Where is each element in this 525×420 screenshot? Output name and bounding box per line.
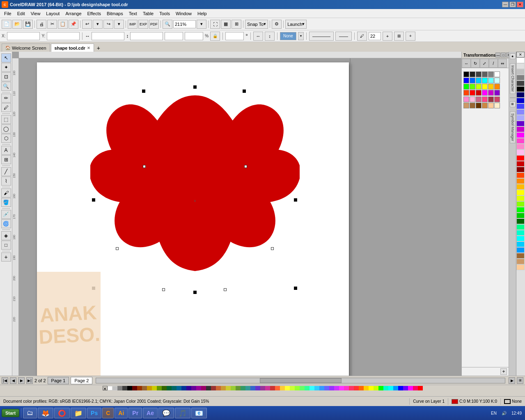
strip-yellow[interactable] [369,386,374,390]
strip-black[interactable] [127,386,132,390]
strip-lime[interactable] [290,386,295,390]
height-value-input[interactable]: 72,029 mm [130,32,163,40]
copy-button[interactable]: 📋 [58,20,68,29]
strip-dark-green[interactable] [167,386,172,390]
swatch-cyan2[interactable] [482,78,488,83]
strip-blue[interactable] [398,386,403,390]
mirror-h-button[interactable]: ↔ [253,32,263,41]
strip-yellow-green[interactable] [231,386,236,390]
open-button[interactable]: 📂 [12,20,22,29]
aquamarine-swatch[interactable] [516,230,525,236]
hot-pink-swatch[interactable] [516,138,525,144]
strip-copper[interactable] [216,386,221,390]
silver-swatch[interactable] [516,69,525,75]
y-value-input[interactable]: 115,999 mm [47,32,80,40]
handle-mr[interactable] [294,198,297,202]
interactive-tool[interactable]: 🌀 [1,219,11,228]
swatch-cyan4[interactable] [494,78,500,83]
swatch-purple1[interactable] [488,90,494,96]
strip-medium-green[interactable] [241,386,245,390]
node-handle-1[interactable] [143,165,146,168]
menu-table[interactable]: Table [140,10,156,17]
magenta-swatch[interactable] [516,126,525,132]
swatch-pink1[interactable] [463,96,469,102]
fill-tool[interactable]: 🖌 [1,188,11,197]
taskbar-app3[interactable]: 📧 [191,408,207,418]
swatch-gray2[interactable] [488,71,494,77]
strip-cyan[interactable] [388,386,393,390]
add-page-btn[interactable]: + [1,252,11,262]
swatch-dark-brown[interactable] [476,103,481,108]
cyan-swatch[interactable] [516,236,525,241]
transform-minimize[interactable]: — [495,53,500,57]
scale-w-input[interactable]: 100,0 [165,32,183,40]
handle-br[interactable] [294,287,297,290]
swatch-darkgray1[interactable] [470,71,475,77]
launch-button[interactable]: Launch ▾ [285,20,307,29]
strip-spring-green[interactable] [305,386,309,390]
spring-swatch[interactable] [516,224,525,230]
table-tool[interactable]: ⊞ [1,155,11,164]
strip-red-brown[interactable] [211,386,216,390]
swatch-brown[interactable] [470,103,475,108]
tab-add-button[interactable]: + [95,44,102,52]
strip-olive-green[interactable] [157,386,162,390]
swatch-blue[interactable] [463,78,469,83]
swatch-orange[interactable] [494,84,500,90]
transform-tab-scale[interactable]: ⤢ [480,59,489,68]
grid-button[interactable]: ⊞ [232,20,241,29]
strip-forest[interactable] [162,386,167,390]
strip-bright-magenta[interactable] [339,386,344,390]
strip-khaki[interactable] [226,386,231,390]
strip-yellow2[interactable] [374,386,378,390]
symbol-manager-tab[interactable]: Symbol Manager [510,111,516,143]
node-handle-2[interactable] [244,165,247,168]
swatch-green[interactable] [463,84,469,90]
swatch-gray1[interactable] [482,71,488,77]
black-swatch[interactable] [516,86,525,92]
transform-tab-rotate[interactable]: ↻ [471,59,480,68]
strip-bright-violet[interactable] [334,386,339,390]
strip-fern[interactable] [236,386,241,390]
taskbar-premiere[interactable]: Pr [128,408,142,418]
strip-brown2[interactable] [142,386,147,390]
menu-view[interactable]: View [28,10,43,17]
strip-gold2[interactable] [221,386,226,390]
transform-tab-skew[interactable]: / [489,59,498,68]
first-page-button[interactable]: |◀ [2,377,8,384]
strip-purple[interactable] [196,386,201,390]
page2-tab[interactable]: Page 2 [71,377,92,384]
strip-coral[interactable] [275,386,280,390]
periwinkle-swatch[interactable] [516,115,525,121]
menu-effects[interactable]: Effects [85,10,103,17]
print-button[interactable]: 🖨 [37,20,46,29]
light-pink-swatch[interactable] [516,149,525,155]
swatch-lime2[interactable] [476,84,481,90]
canvas-area[interactable]: 200 210 220 230 240 250 260 270 280 290 … [12,52,461,376]
angle-input[interactable]: 0.0 [225,32,244,40]
tray-volume[interactable]: 🔊 [500,410,508,416]
brown-swatch[interactable] [516,253,525,259]
node-handle-5[interactable] [162,288,165,291]
taskbar-explorer[interactable]: 🗂 [23,408,37,418]
taskbar-chrome[interactable]: ⭕ [54,408,70,418]
dimension-tool[interactable]: ╱ [1,167,11,176]
yellow-green-swatch[interactable] [516,195,525,201]
new-button[interactable]: 📄 [2,20,11,29]
swatch-crimson[interactable] [494,96,500,102]
strip-aqua[interactable] [309,386,314,390]
ellipse-tool[interactable]: ◯ [1,124,11,133]
swatch-red-orange[interactable] [463,90,469,96]
strip-burgundy[interactable] [201,386,206,390]
swatch-red[interactable] [470,90,475,96]
crop-tool[interactable]: ⊡ [1,72,11,81]
save-button[interactable]: 💾 [23,20,33,29]
insert-character-tab[interactable]: Insert Character [510,63,516,94]
undo-button[interactable]: ↩ [82,20,92,29]
strip-bright-green[interactable] [300,386,305,390]
select-tool[interactable]: ↖ [1,53,11,62]
strip-hot-rose[interactable] [349,386,354,390]
zoom-fit-button[interactable]: ⊞ [517,377,523,384]
cut-button[interactable]: ✂ [47,20,57,29]
taskbar-folder[interactable]: 📁 [71,408,86,418]
